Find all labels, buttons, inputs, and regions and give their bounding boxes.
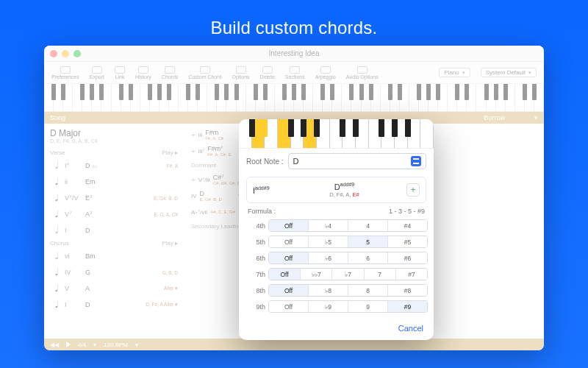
progression-row[interactable]: 𝅗𝅥ID xyxy=(44,222,184,238)
interval-option[interactable]: 6 xyxy=(348,252,388,263)
progression-row[interactable]: 𝅗𝅥viBm xyxy=(44,248,184,264)
note-icon: 𝅘𝅥 xyxy=(50,283,60,294)
interval-segmented-control[interactable]: Off♭♭7♭77#7 xyxy=(268,268,428,280)
interval-option[interactable]: ♭5 xyxy=(309,236,348,247)
timesig[interactable]: 4/4 xyxy=(78,342,86,348)
cancel-button[interactable]: Cancel xyxy=(398,324,423,333)
progression-row[interactable]: 𝅘𝅥ID D, F#, A Alter ▾ xyxy=(44,297,184,313)
interval-segmented-control[interactable]: Off♭55#5 xyxy=(268,236,428,248)
interval-option[interactable]: ♭7 xyxy=(332,269,364,280)
note-icon: 𝅘𝅥 xyxy=(50,267,60,277)
root-note-label: Root Note : xyxy=(246,158,284,166)
interval-option[interactable]: 4 xyxy=(348,220,388,231)
play-icon[interactable] xyxy=(66,342,71,347)
key-display[interactable]: D Major D, E, F#, G, A, B, C# xyxy=(44,124,184,148)
interval-option[interactable]: 7 xyxy=(365,269,396,280)
toolbar-delete[interactable]: Delete xyxy=(260,66,275,79)
interval-option[interactable]: Off xyxy=(269,236,309,247)
app-window: Interesting Idea PreferencesExportLinkHi… xyxy=(44,46,544,350)
chord-suggestion[interactable]: A♭⁷/viiA#, C, E, G# xyxy=(187,208,240,217)
toolbar-history[interactable]: History xyxy=(135,66,151,79)
interval-option[interactable]: Off xyxy=(269,252,309,263)
add-chord-button[interactable]: + xyxy=(406,183,420,197)
interval-option[interactable]: #7 xyxy=(396,269,427,280)
interval-option[interactable]: Off xyxy=(269,301,309,312)
interval-option[interactable]: 9 xyxy=(348,301,388,312)
interval-option[interactable]: ♭8 xyxy=(309,285,348,296)
root-note-select[interactable]: D xyxy=(288,153,426,169)
interval-label: 5th xyxy=(245,238,265,246)
section-verse[interactable]: VersePlay ▸ xyxy=(44,148,184,158)
formula-value: 1 - 3 - 5 - #9 xyxy=(389,208,425,215)
tempo[interactable]: 120 BPM xyxy=(104,342,128,348)
interval-segmented-control[interactable]: Off♭99#9 xyxy=(268,300,428,313)
page-headline: Build custom chords. xyxy=(0,18,588,38)
chord-suggestion[interactable]: +V⁷/iiiC#⁷C#, E#, G#, B xyxy=(187,172,245,187)
section-chorus[interactable]: ChorusPlay ▸ xyxy=(44,238,184,248)
interval-option[interactable]: #9 xyxy=(388,301,427,312)
note-icon: 𝅘𝅥 xyxy=(50,300,60,310)
transport-bar: ◀◀ 4/4 ▾ 120 BPM ▾ xyxy=(44,339,544,350)
plus-icon[interactable]: + xyxy=(191,131,196,139)
chord-suggestion[interactable]: IVDE, G#, B, D xyxy=(187,188,226,203)
interval-option[interactable]: #6 xyxy=(388,252,427,263)
toolbar-export[interactable]: Export xyxy=(90,66,104,79)
toolbar-options[interactable]: Options xyxy=(232,66,249,79)
plus-icon[interactable]: + xyxy=(191,147,196,155)
interval-row-4th: 4thOff♭44#4 xyxy=(245,218,428,234)
custom-chord-modal: Root Note : D Iadd#9 Dadd#9 D, F#, A, E#… xyxy=(239,119,434,340)
toolbar-arpeggio[interactable]: Arpeggio xyxy=(315,66,336,79)
interval-label: 9th xyxy=(245,303,265,311)
interval-row-6th: 6thOff♭66#6 xyxy=(245,250,428,266)
chord-notes: D, F#, A, E# xyxy=(288,191,401,198)
progression-row[interactable]: 𝅘𝅥VA Alter ▾ xyxy=(44,280,184,297)
interval-option[interactable]: 8 xyxy=(348,285,388,296)
interval-option[interactable]: ♭4 xyxy=(309,220,348,231)
interval-option[interactable]: ♭6 xyxy=(309,252,348,263)
toolbar-audio-options[interactable]: Audio Options xyxy=(346,66,379,79)
modal-mini-keyboard[interactable] xyxy=(239,119,434,149)
titlebar: Interesting Idea xyxy=(44,46,544,62)
progression-row[interactable]: 𝅗𝅥I°D (b)F#, A xyxy=(44,158,184,174)
interval-option[interactable]: #8 xyxy=(388,285,427,296)
interval-option[interactable]: #4 xyxy=(388,220,427,231)
interval-option[interactable]: #5 xyxy=(388,236,427,247)
interval-option[interactable]: Off xyxy=(269,220,309,231)
chord-suggestion[interactable]: +iii⁷F#m⁷F#, A, C#, E xyxy=(187,144,236,158)
dropdown-icon[interactable] xyxy=(411,156,421,166)
interval-option[interactable]: ♭9 xyxy=(309,301,348,312)
progression-row[interactable]: 𝅘𝅥IVG G, B, D xyxy=(44,264,184,280)
column-header-song: Song xyxy=(44,112,184,124)
toolbar-custom-chord[interactable]: Custom Chord xyxy=(188,66,221,79)
toolbar-chords[interactable]: Chords xyxy=(162,66,179,79)
piano-strip[interactable] xyxy=(44,84,544,112)
interval-label: 7th xyxy=(245,271,265,278)
interval-label: 8th xyxy=(245,287,265,294)
tuning-select[interactable]: System Default xyxy=(481,68,537,77)
progression-row[interactable]: 𝅘𝅥V⁷/VE⁷ E, G#, B, D xyxy=(44,190,184,206)
interval-option[interactable]: 5 xyxy=(348,236,388,247)
plus-icon[interactable]: + xyxy=(191,176,196,184)
interval-row-9th: 9thOff♭99#9 xyxy=(245,299,428,315)
interval-option[interactable]: ♭♭7 xyxy=(301,269,332,280)
document-title: Interesting Idea xyxy=(44,49,544,57)
rewind-icon[interactable]: ◀◀ xyxy=(50,342,59,348)
interval-option[interactable]: Off xyxy=(269,285,309,296)
toolbar: PreferencesExportLinkHistoryChordsCustom… xyxy=(44,62,544,84)
chord-suggestion[interactable]: +iiiF#mF#, A, C# xyxy=(187,127,228,142)
note-icon: 𝅗𝅥 xyxy=(50,160,60,171)
interval-segmented-control[interactable]: Off♭44#4 xyxy=(268,219,428,232)
toolbar-sections[interactable]: Sections xyxy=(285,66,305,79)
interval-row-7th: 7thOff♭♭7♭77#7 xyxy=(245,266,428,283)
chord-preview-card: Iadd#9 Dadd#9 D, F#, A, E# + xyxy=(246,177,426,203)
interval-segmented-control[interactable]: Off♭66#6 xyxy=(268,252,428,264)
interval-row-5th: 5thOff♭55#5 xyxy=(245,234,428,250)
instrument-select[interactable]: Piano xyxy=(439,68,470,77)
interval-option[interactable]: Off xyxy=(269,269,301,280)
progression-row[interactable]: 𝅘𝅥iiEm xyxy=(44,174,184,190)
progression-row[interactable]: 𝅘𝅥V⁷A⁷ E, G, A, C# xyxy=(44,206,184,222)
toolbar-preferences[interactable]: Preferences xyxy=(51,66,79,79)
toolbar-link[interactable]: Link xyxy=(115,66,125,79)
interval-segmented-control[interactable]: Off♭88#8 xyxy=(268,284,428,297)
note-icon: 𝅘𝅥 xyxy=(50,177,60,187)
